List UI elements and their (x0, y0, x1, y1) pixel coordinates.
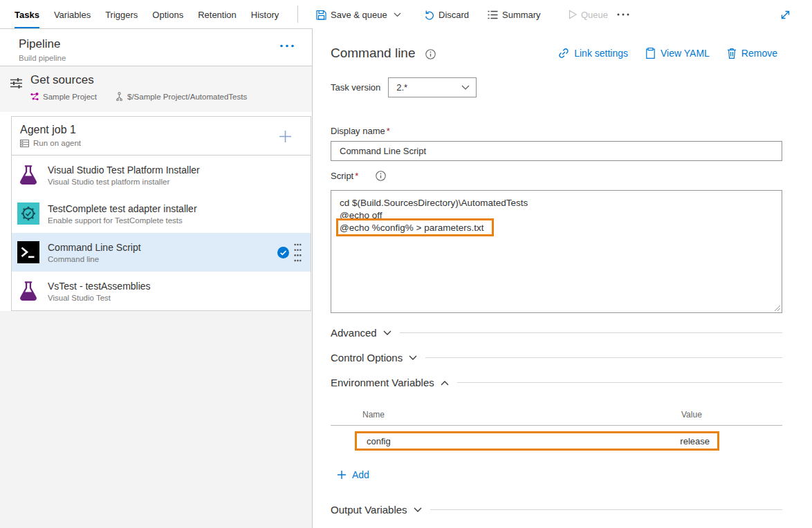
more-actions-button[interactable] (617, 0, 629, 29)
tab-retention[interactable]: Retention (198, 0, 237, 29)
detail-title: Command line (331, 46, 416, 61)
agent-job-title: Agent job 1 (20, 124, 311, 136)
env-name-input[interactable]: config (367, 436, 391, 446)
link-settings-label: Link settings (574, 48, 628, 59)
env-table-rows: config release (331, 431, 782, 451)
tab-variables[interactable]: Variables (54, 0, 91, 29)
remove-button[interactable]: Remove (727, 48, 777, 59)
section-advanced-label: Advanced (331, 327, 377, 339)
env-variable-row: config release (355, 431, 719, 451)
drag-handle[interactable] (294, 243, 302, 262)
chevron-down-icon (414, 507, 422, 513)
expand-icon (780, 10, 791, 20)
queue-button-disabled[interactable]: Queue (569, 0, 608, 29)
selected-check-icon[interactable] (277, 247, 289, 258)
ellipsis-icon (617, 13, 629, 16)
section-divider-line (400, 332, 782, 333)
agent-icon (20, 140, 29, 147)
task-subtitle: Command line (48, 255, 141, 263)
tab-history[interactable]: History (251, 0, 279, 29)
env-name-header: Name (362, 410, 385, 419)
link-settings-button[interactable]: Link settings (558, 48, 628, 59)
view-yaml-label: View YAML (661, 48, 710, 59)
detail-header: Command line Link settings View YAML Rem… (331, 41, 782, 64)
sources-icon (10, 78, 22, 88)
task-subtitle: Enable support for TestComplete tests (48, 216, 197, 225)
agent-job-card: Agent job 1 Run on agent Visual Studio T… (11, 116, 311, 311)
document-icon (645, 48, 656, 59)
script-textarea[interactable]: cd $(Build.SourcesDirectory)\AutomatedTe… (331, 190, 782, 313)
resize-handle[interactable] (774, 305, 781, 312)
project-name: Sample Project (43, 93, 97, 101)
task-row[interactable]: Command Line Script Command line (12, 233, 311, 272)
script-label: Script* (331, 171, 358, 181)
env-value-input[interactable]: release (680, 436, 710, 446)
task-subtitle: Visual Studio test platform installer (48, 178, 200, 186)
section-control-options[interactable]: Control Options (331, 352, 782, 364)
get-sources-item[interactable]: Get sources Sample Project $/Sample Proj… (0, 66, 312, 112)
section-control-options-label: Control Options (331, 352, 403, 364)
fullscreen-toggle-button[interactable] (780, 0, 791, 29)
task-detail-panel: Command line Link settings View YAML Rem… (313, 29, 812, 528)
save-queue-button[interactable]: Save & queue (316, 0, 401, 29)
task-row[interactable]: TestComplete test adapter installer Enab… (12, 194, 311, 233)
display-name-input[interactable]: Command Line Script (331, 141, 782, 161)
trash-icon (727, 48, 737, 59)
summary-label: Summary (502, 10, 541, 20)
section-output-variables[interactable]: Output Variables (331, 504, 782, 516)
toolbar-actions: Save & queue Discard Summary Queue (298, 0, 812, 29)
pipeline-subtitle: Build pipeline (19, 54, 66, 62)
view-yaml-button[interactable]: View YAML (645, 48, 710, 59)
pipeline-more-button[interactable] (279, 44, 295, 48)
detail-actions: Link settings View YAML Remove (558, 48, 777, 59)
discard-button[interactable]: Discard (424, 0, 469, 29)
chevron-down-icon (409, 355, 417, 361)
tab-triggers[interactable]: Triggers (105, 0, 138, 29)
add-variable-button[interactable]: Add (337, 469, 782, 480)
task-title: TestComplete test adapter installer (48, 203, 197, 214)
task-version-label: Task version (331, 82, 380, 93)
section-output-variables-label: Output Variables (331, 504, 407, 516)
flask-icon (17, 164, 39, 186)
pipeline-title: Pipeline (19, 37, 61, 51)
branch-icon (116, 92, 123, 101)
chevron-down-icon (394, 12, 401, 17)
get-sources-meta: Sample Project $/Sample Project/Automate… (30, 92, 247, 101)
agent-job-subtitle: Run on agent (33, 139, 81, 147)
task-row[interactable]: VsTest - testAssemblies Visual Studio Te… (12, 272, 311, 310)
link-icon (558, 48, 569, 59)
annotation-box-script (336, 218, 494, 236)
env-table-header-line (331, 425, 782, 426)
section-divider-line (425, 357, 782, 358)
tab-tasks[interactable]: Tasks (15, 0, 39, 29)
task-version-select[interactable]: 2.* (388, 77, 477, 97)
agent-job-subtitle-row: Run on agent (20, 139, 311, 147)
display-name-label: Display name* (331, 126, 782, 136)
task-list: Visual Studio Test Platform Installer Vi… (12, 155, 311, 310)
play-icon (569, 10, 577, 19)
tab-bar: Tasks Variables Triggers Options Retenti… (0, 0, 293, 29)
add-task-button[interactable] (279, 130, 292, 143)
task-title: Visual Studio Test Platform Installer (48, 164, 200, 176)
plus-icon (337, 470, 347, 480)
left-panel-footer-area (0, 311, 312, 528)
agent-job-header[interactable]: Agent job 1 Run on agent (12, 117, 311, 155)
info-icon[interactable] (425, 49, 436, 59)
source-path: $/Sample Project/AutomatedTests (127, 93, 247, 101)
add-label: Add (352, 469, 369, 480)
section-environment-variables[interactable]: Environment Variables (331, 377, 782, 388)
summary-button[interactable]: Summary (488, 0, 541, 29)
undo-icon (424, 10, 434, 20)
chevron-down-icon (461, 85, 470, 91)
pipeline-header[interactable]: Pipeline Build pipeline (0, 29, 312, 66)
testcomplete-icon (17, 202, 39, 225)
jobs-zone: Agent job 1 Run on agent Visual Studio T… (0, 112, 312, 311)
save-queue-label: Save & queue (331, 10, 387, 20)
task-row[interactable]: Visual Studio Test Platform Installer Vi… (12, 155, 311, 194)
save-icon (316, 10, 326, 20)
tab-options[interactable]: Options (152, 0, 183, 29)
discard-label: Discard (439, 10, 469, 20)
task-version-value: 2.* (396, 82, 407, 93)
section-advanced[interactable]: Advanced (331, 327, 782, 339)
info-icon[interactable] (376, 171, 386, 181)
